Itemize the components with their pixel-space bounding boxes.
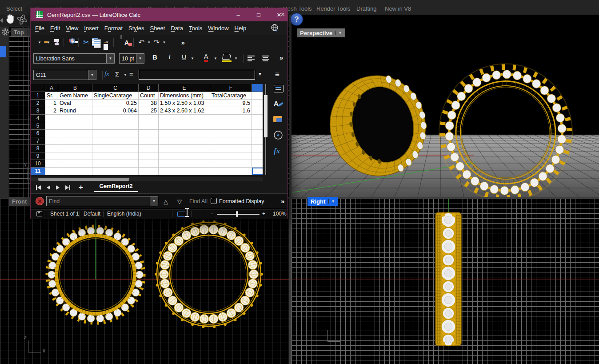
sheet-grid[interactable]: ABCDEFG1Sr.Gem NameSingle CaratageCountD… [31,84,263,175]
cell-D7[interactable] [139,137,159,145]
find-input[interactable]: Find ▼ [46,196,158,206]
cell-G2[interactable] [252,100,263,107]
highlight-dropdown-icon[interactable]: ▼ [234,56,238,60]
find-previous-button[interactable]: △ [164,198,168,205]
column-header-D[interactable]: D [139,84,159,92]
cell-F8[interactable] [210,145,252,152]
styles-icon[interactable]: A [274,100,279,107]
cell-D10[interactable] [139,160,159,168]
cell-A9[interactable] [45,152,58,160]
cell-G10[interactable] [252,160,263,168]
cell-D3[interactable]: 25 [139,107,159,115]
viewport-perspective[interactable] [292,15,599,197]
cell-D2[interactable]: 38 [139,100,159,107]
gallery-icon[interactable] [273,116,282,122]
zoom-slider-handle[interactable] [236,211,238,217]
menu-tools[interactable]: Tools [189,25,202,32]
rhino-tab-render-tools[interactable]: Render Tools [316,5,350,12]
vertical-scrollbar[interactable] [264,84,268,175]
column-header-A[interactable]: A [45,84,58,92]
highlight-color-icon[interactable] [222,54,232,60]
horizontal-scrollbar[interactable] [31,177,263,181]
gear-icon[interactable] [1,28,9,36]
formula-input[interactable] [139,70,255,80]
cell-B6[interactable] [58,130,92,137]
hscroll-thumb[interactable] [38,178,129,181]
cell-C4[interactable] [92,115,139,122]
undo-button[interactable]: ↶ [138,39,144,46]
underline-dropdown-icon[interactable]: ▼ [191,56,194,60]
add-sheet-button[interactable]: + [79,183,83,192]
column-header-E[interactable]: E [159,84,210,92]
sum-dropdown-icon[interactable]: ▼ [124,73,127,77]
cell-E6[interactable] [159,130,210,137]
column-header-G[interactable]: G [252,84,263,92]
underline-button[interactable]: U [182,53,186,60]
cell-D5[interactable] [139,122,159,130]
cell-F3[interactable]: 1.6 [210,107,252,115]
row-header-10[interactable]: 10 [31,160,45,168]
cell-E5[interactable] [159,122,210,130]
cell-C6[interactable] [92,130,139,137]
cell-E8[interactable] [159,145,210,152]
close-document-icon[interactable]: ✕ [280,11,285,18]
undo-dropdown-icon[interactable]: ▼ [147,40,151,44]
next-sheet-button[interactable] [56,185,60,190]
cell-C5[interactable] [92,122,139,130]
menu-data[interactable]: Data [171,25,183,32]
align-center-button[interactable] [262,56,269,61]
menu-help[interactable]: Help [235,25,247,32]
rhino-tab-drafting[interactable]: Drafting [356,5,377,12]
cell-B9[interactable] [58,152,92,160]
cell-B3[interactable]: Round [58,107,92,115]
font-size-combo[interactable]: 10 pt ▼ [119,53,144,64]
viewport-label-perspective[interactable]: Perspective ▼ [297,28,345,37]
cut-button[interactable]: ✂ [83,39,89,46]
cell-F4[interactable] [210,115,252,122]
find-overflow-button[interactable]: » [281,197,284,205]
clear-formatting-button[interactable]: A [124,39,129,46]
align-left-button[interactable] [248,56,255,61]
cell-A2[interactable]: 1 [45,100,58,107]
column-header-C[interactable]: C [92,84,139,92]
cell-D11[interactable] [139,168,159,175]
cell-G4[interactable] [252,115,263,122]
row-header-11[interactable]: 11 [31,168,45,175]
rhino-tab-new-in-v8[interactable]: New in V8 [385,5,411,12]
find-next-button[interactable]: ▽ [177,198,182,205]
selected-cell-G11[interactable] [252,168,263,175]
maximize-button[interactable]: □ [250,8,268,21]
cell-B5[interactable] [58,122,92,130]
cell-F2[interactable]: 9.5 [210,100,252,107]
expand-formula-bar-icon[interactable]: ▼ [258,72,262,76]
cell-E7[interactable] [159,137,210,145]
previous-sheet-button[interactable] [47,185,50,190]
cell-C1[interactable]: Single Caratage [92,92,139,100]
find-all-button[interactable]: Find All [189,198,208,204]
chevron-down-icon[interactable]: ▼ [335,31,342,35]
copy-button[interactable] [92,38,100,47]
navigator-icon[interactable] [273,130,284,140]
viewport-right[interactable] [292,199,599,364]
row-header-6[interactable]: 6 [31,130,45,137]
properties-icon[interactable] [274,85,284,92]
first-sheet-button[interactable] [36,185,41,190]
bold-button[interactable]: B [152,53,157,61]
cell-E11[interactable] [159,168,210,175]
cell-F9[interactable] [210,152,252,160]
cell-G6[interactable] [252,130,263,137]
cell-D4[interactable] [139,115,159,122]
cell-C11[interactable] [92,168,139,175]
row-header-2[interactable]: 2 [31,100,45,107]
cell-G8[interactable] [252,145,263,152]
toolbar-overflow-button[interactable]: » [181,39,184,46]
cell-G1[interactable] [252,92,263,100]
last-sheet-button[interactable] [65,185,70,190]
cell-A11[interactable] [45,168,58,175]
language-selector[interactable]: English (India) [107,211,141,217]
cell-G5[interactable] [252,122,263,130]
italic-button[interactable]: I [168,53,171,61]
row-header-9[interactable]: 9 [31,152,45,160]
orbit-rotate-icon[interactable] [16,14,28,25]
cell-B11[interactable] [58,168,92,175]
